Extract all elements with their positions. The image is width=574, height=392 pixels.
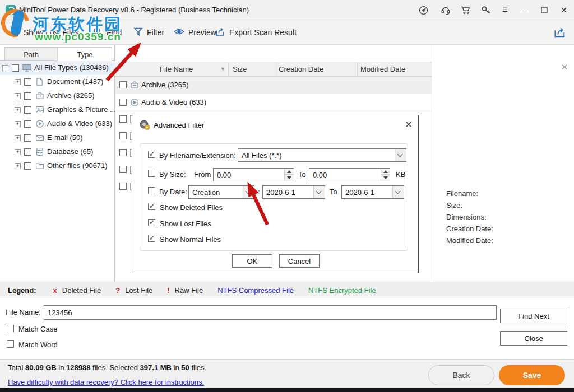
by-size-checkbox[interactable] — [148, 170, 155, 177]
show-normal-files-checkbox[interactable] — [148, 235, 155, 242]
export-scan-result-button[interactable]: Export Scan Result — [215, 20, 297, 45]
show-deleted-files-checkbox[interactable] — [148, 203, 155, 210]
by-filename-checkbox[interactable] — [148, 151, 155, 158]
tree-checkbox[interactable] — [24, 162, 31, 170]
dialog-title: Advanced Filter — [154, 121, 204, 129]
find-bar: File Name: Find Next Match Case Close Ma… — [0, 298, 574, 359]
preview-modified-date-label: Modified Date: — [446, 236, 493, 245]
column-modified-date[interactable]: Modified Date — [360, 65, 405, 73]
date-type-dropdown[interactable]: Creation — [188, 185, 254, 199]
column-size[interactable]: Size — [233, 65, 247, 73]
tree-row-archive[interactable]: + Archive (3265) — [0, 89, 115, 103]
tree-checkbox[interactable] — [24, 120, 31, 128]
save-button[interactable]: Save — [499, 365, 565, 385]
match-word-checkbox[interactable] — [7, 340, 14, 348]
date-from-dropdown[interactable]: 2020-6-1 — [262, 185, 325, 199]
magnifier-icon — [93, 27, 103, 38]
column-file-name[interactable]: File Name — [160, 65, 193, 73]
menu-icon[interactable]: ≡ — [498, 4, 512, 16]
tree-row-email[interactable]: + E-mail (50) — [0, 131, 115, 145]
tree-checkbox[interactable] — [24, 148, 31, 156]
row-checkbox[interactable] — [119, 149, 127, 156]
share-icon[interactable] — [553, 25, 567, 40]
preview-button[interactable]: Preview — [174, 20, 216, 45]
scan-summary: Total 80.09 GB in 128988 files. Selected… — [8, 363, 206, 372]
app-window: MiniTool Power Data Recovery v8.6 - Regi… — [0, 0, 574, 392]
collapse-expander[interactable]: − — [2, 65, 8, 71]
toolbar-item-label: Preview — [188, 28, 216, 37]
row-checkbox[interactable] — [119, 132, 127, 139]
row-checkbox[interactable] — [119, 115, 127, 123]
ok-button[interactable]: OK — [232, 254, 272, 268]
spin-up-icon[interactable] — [381, 169, 390, 175]
column-creation-date[interactable]: Creation Date — [279, 65, 323, 73]
tree-checkbox[interactable] — [24, 134, 31, 142]
row-checkbox[interactable] — [119, 81, 127, 88]
window-title: MiniTool Power Data Recovery v8.6 - Regi… — [19, 6, 249, 14]
tab-path[interactable]: Path — [4, 47, 58, 61]
legend-deleted-file: x Deleted File — [53, 286, 101, 295]
row-checkbox[interactable] — [119, 183, 127, 190]
filename-extension-dropdown[interactable]: All Files (*.*) — [238, 148, 406, 162]
maximize-button[interactable] — [538, 4, 551, 16]
help-link[interactable]: Have difficulty with data recovery? Clic… — [8, 378, 204, 386]
match-case-checkbox[interactable] — [7, 325, 14, 332]
by-filename-label: By Filename/Extension: — [159, 151, 236, 160]
tree-row-other-files[interactable]: + Other files (90671) — [0, 159, 115, 173]
find-next-button[interactable]: Find Next — [500, 309, 567, 323]
spin-down-icon[interactable] — [285, 175, 294, 181]
sort-arrow-icon[interactable]: ▼ — [220, 66, 225, 72]
back-button[interactable]: Back — [428, 365, 494, 385]
panel-tabs: Path Type — [0, 47, 115, 61]
close-button[interactable]: ✕ — [557, 4, 571, 16]
size-from-input[interactable]: 0.00 — [213, 168, 294, 181]
filter-button[interactable]: Filter — [133, 20, 164, 45]
find-button[interactable]: Find — [93, 20, 122, 45]
picture-icon — [35, 105, 44, 114]
date-separator: : — [258, 188, 260, 196]
tree-row-all-file-types[interactable]: − All File Types (130436) — [0, 61, 115, 75]
file-row-archive[interactable]: Archive (3265) — [115, 77, 432, 94]
show-lost-files-button[interactable]: Show Lost Files — [10, 20, 79, 45]
tree-checkbox[interactable] — [24, 78, 31, 86]
cancel-button[interactable]: Cancel — [279, 254, 320, 268]
toolbar-item-label: Find — [107, 28, 122, 37]
size-from-label: From — [194, 170, 211, 179]
tree-row-graphics[interactable]: + Graphics & Picture ... — [0, 103, 115, 117]
find-close-button[interactable]: Close — [500, 331, 567, 346]
minimize-button[interactable]: – — [518, 4, 531, 16]
close-icon[interactable]: ✕ — [560, 63, 569, 72]
toolbar-item-label: Filter — [147, 28, 164, 37]
date-to-dropdown[interactable]: 2020-6-1 — [341, 185, 404, 199]
preview-panel: ✕ Filename: Size: Dimensions: Creation D… — [432, 45, 574, 282]
eye-icon — [174, 27, 184, 38]
file-name-input[interactable] — [44, 305, 497, 320]
tab-type[interactable]: Type — [58, 47, 112, 61]
chevron-down-icon — [395, 149, 406, 161]
tree-row-database[interactable]: + Database (65) — [0, 145, 115, 159]
media-play-icon — [130, 98, 139, 107]
tree-checkbox[interactable] — [24, 106, 31, 114]
show-lost-files-checkbox[interactable] — [148, 219, 155, 226]
time-limit-disc-icon[interactable] — [416, 4, 430, 16]
expand-expander[interactable]: + — [15, 79, 21, 85]
tree-row-audio-video[interactable]: + Audio & Video (633) — [0, 117, 115, 131]
tree-row-document[interactable]: + Document (1437) — [0, 75, 115, 89]
size-to-input[interactable]: 0.00 — [309, 168, 390, 181]
file-row-audio-video[interactable]: Audio & Video (633) — [115, 94, 432, 111]
legend-raw-file: ! Raw File — [167, 286, 203, 295]
close-icon[interactable]: ✕ — [404, 120, 414, 130]
preview-creation-date-label: Creation Date: — [446, 225, 493, 233]
cart-icon[interactable] — [459, 4, 473, 16]
lost-files-icon — [10, 27, 20, 38]
support-headset-icon[interactable] — [439, 4, 452, 16]
row-checkbox[interactable] — [119, 166, 127, 173]
license-key-icon[interactable] — [479, 4, 493, 16]
spin-down-icon[interactable] — [381, 175, 390, 181]
by-date-label: By Date: — [159, 188, 187, 196]
spin-up-icon[interactable] — [285, 169, 294, 175]
by-date-checkbox[interactable] — [148, 187, 155, 194]
tree-checkbox[interactable] — [12, 64, 19, 72]
row-checkbox[interactable] — [119, 99, 127, 106]
tree-checkbox[interactable] — [24, 92, 31, 100]
